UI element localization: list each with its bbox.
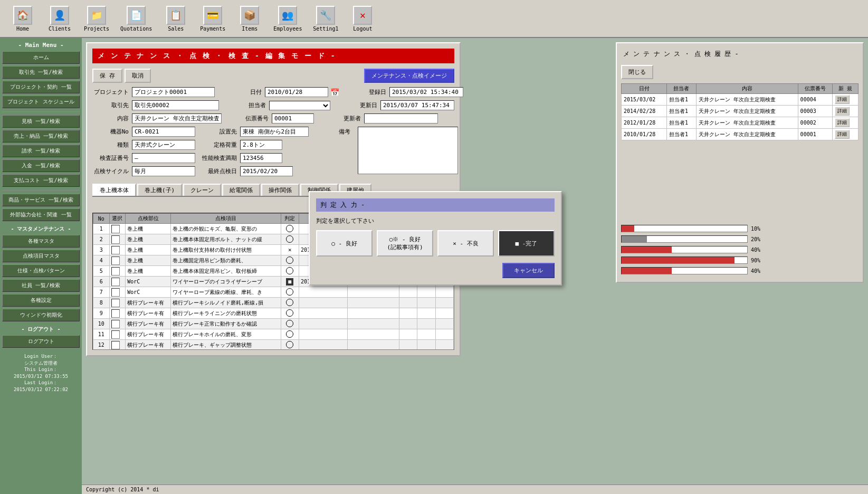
nav-items[interactable]: 📦 Items <box>236 6 263 32</box>
sidebar-btn-partners[interactable]: 外部協力会社・関連 一覧 <box>2 208 80 221</box>
hist-detail-btn[interactable]: 詳細 <box>833 106 859 117</box>
project-input[interactable] <box>132 87 215 97</box>
checkbox[interactable] <box>111 256 120 265</box>
tab-sub-body[interactable]: 巻上機(子) <box>137 184 182 196</box>
cell-judgment[interactable] <box>281 298 299 308</box>
sidebar-btn-settings[interactable]: 各種設定 <box>2 294 80 307</box>
checkbox[interactable] <box>111 267 120 276</box>
sidebar-btn-invoices[interactable]: 請求 一覧/検索 <box>2 145 80 157</box>
cell-sel[interactable] <box>109 255 126 266</box>
cell-judgment[interactable] <box>281 224 299 234</box>
equipment-input[interactable] <box>132 127 195 137</box>
location-input[interactable] <box>240 127 309 137</box>
nav-home[interactable]: 🏠 Home <box>9 6 36 32</box>
checkbox[interactable] <box>111 299 120 307</box>
judgment-cancel-btn[interactable]: キャンセル <box>502 263 555 278</box>
cell-judgment[interactable] <box>281 340 299 350</box>
nav-logout[interactable]: ✕ Logout <box>349 6 376 32</box>
cell-sel[interactable] <box>109 298 126 308</box>
notes-textarea[interactable] <box>358 127 458 174</box>
sidebar-btn-init[interactable]: ウィンドウ初期化 <box>2 309 80 321</box>
nav-setting[interactable]: 🔧 Setting1 <box>312 6 339 32</box>
cert-input[interactable] <box>132 153 195 163</box>
perf-check-input[interactable] <box>240 153 282 163</box>
cell-sel[interactable] <box>109 245 126 255</box>
sidebar-btn-patterns[interactable]: 仕様・点検パターン <box>2 264 80 277</box>
tab-crane[interactable]: クレーン <box>183 184 221 196</box>
checkbox[interactable] <box>111 330 120 339</box>
manager-select[interactable] <box>269 101 330 110</box>
image-button[interactable]: メンテナンス・点検イメージ <box>364 69 454 83</box>
save-button[interactable]: 保 存 <box>92 69 122 83</box>
checkbox[interactable] <box>111 225 120 233</box>
checkbox[interactable] <box>111 246 120 254</box>
hist-col-ticket: 伝票番号 <box>798 84 833 94</box>
sidebar-btn-sales[interactable]: 売上・納品 一覧/検索 <box>2 130 80 142</box>
hist-detail-btn[interactable]: 詳細 <box>833 94 859 106</box>
judgment-good-btn[interactable]: ○ - 良好 <box>316 230 373 256</box>
nav-projects[interactable]: 📁 Projects <box>83 6 110 32</box>
cell-sel[interactable] <box>109 319 126 329</box>
checkbox[interactable] <box>111 309 120 318</box>
cell-judgment[interactable] <box>281 308 299 319</box>
cell-sel[interactable] <box>109 340 126 350</box>
checkbox[interactable] <box>111 235 120 244</box>
updater-input[interactable] <box>364 113 438 124</box>
judgment-bad-btn[interactable]: × - 不良 <box>437 230 494 256</box>
nav-employees[interactable]: 👥 Employees <box>273 6 302 32</box>
cell-sel[interactable] <box>109 224 126 234</box>
sidebar-btn-check-items[interactable]: 点検項目マスタ <box>2 250 80 262</box>
hist-detail-btn[interactable]: 詳細 <box>833 117 859 129</box>
cell-judgment[interactable]: × <box>281 245 299 255</box>
cell-judgment[interactable] <box>281 287 299 298</box>
sidebar-btn-costs[interactable]: 支払コスト 一覧/検索 <box>2 174 80 187</box>
cell-judgment[interactable] <box>281 266 299 277</box>
checkbox[interactable] <box>111 341 120 349</box>
sidebar-btn-projects-list[interactable]: プロジェクト・契約 一覧 <box>2 81 80 93</box>
judgment-done-btn[interactable]: ■ -完了 <box>498 230 555 256</box>
judgment-good-note-btn[interactable]: ○※ - 良好 (記載事項有) <box>377 230 433 256</box>
sidebar-btn-payments[interactable]: 入金 一覧/検索 <box>2 159 80 172</box>
type-input[interactable] <box>132 140 195 150</box>
nav-clients[interactable]: 👤 Clients <box>46 6 73 32</box>
sidebar-btn-products[interactable]: 商品・サービス 一覧/検索 <box>2 194 80 206</box>
sidebar-btn-quotes[interactable]: 見積 一覧/検索 <box>2 115 80 128</box>
checkbox[interactable] <box>111 288 120 297</box>
cell-judgment[interactable] <box>281 329 299 340</box>
sidebar-btn-home[interactable]: ホーム <box>2 51 80 64</box>
cell-sel[interactable] <box>109 308 126 319</box>
tab-operation[interactable]: 操作関係 <box>261 184 299 196</box>
client-input[interactable] <box>132 100 219 110</box>
rated-load-input[interactable] <box>240 140 282 150</box>
content-input[interactable] <box>132 113 222 124</box>
hist-detail-btn[interactable]: 詳細 <box>833 129 859 140</box>
sidebar-btn-employees[interactable]: 社員 一覧/検索 <box>2 279 80 292</box>
sidebar-btn-logout[interactable]: ログアウト <box>2 335 80 348</box>
sidebar-btn-clients[interactable]: 取引先 一覧/検索 <box>2 66 80 79</box>
cell-sel[interactable] <box>109 266 126 277</box>
cell-judgment[interactable]: ■ <box>281 277 299 287</box>
last-check-input[interactable] <box>240 166 293 176</box>
cell-sel[interactable] <box>109 287 126 298</box>
cell-judgment[interactable] <box>281 319 299 329</box>
nav-sales[interactable]: 📋 Sales <box>163 6 189 32</box>
cell-judgment[interactable] <box>281 234 299 245</box>
nav-payments[interactable]: 💳 Payments <box>199 6 226 32</box>
cell-sel[interactable] <box>109 277 126 287</box>
checkbox[interactable] <box>111 278 120 286</box>
cell-sel[interactable] <box>109 234 126 245</box>
tab-power[interactable]: 給電関係 <box>222 184 260 196</box>
calendar-icon[interactable]: 📅 <box>330 88 339 97</box>
tab-main-body[interactable]: 巻上機本体 <box>92 184 136 196</box>
ticket-input[interactable] <box>272 113 314 124</box>
sidebar-btn-master[interactable]: 各種マスタ <box>2 235 80 248</box>
nav-quotations[interactable]: 📄 Quotations <box>120 6 152 32</box>
cancel-button[interactable]: 取消 <box>125 69 151 83</box>
cycle-input[interactable] <box>132 166 195 176</box>
cell-sel[interactable] <box>109 329 126 340</box>
sidebar-btn-project-schedule[interactable]: プロジェクト スケジュール <box>2 96 80 108</box>
checkbox[interactable] <box>111 320 120 328</box>
date-input[interactable] <box>265 87 328 97</box>
cell-judgment[interactable] <box>281 255 299 266</box>
close-history-button[interactable]: 閉じる <box>621 65 653 79</box>
